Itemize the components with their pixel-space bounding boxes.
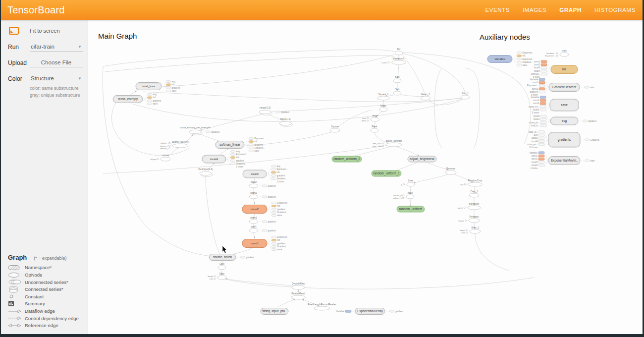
svg-text:cross_en..: cross_en.. <box>529 106 539 108</box>
GradientDescent-node[interactable]: GradientDescentVariableconv1Exponent..co… <box>527 78 594 97</box>
svg-text:delta: delta <box>362 119 367 122</box>
svg-text:DecodeRaw: DecodeRaw <box>292 282 305 285</box>
svg-text:gradient: gradient <box>268 221 276 223</box>
namespace-icon <box>8 265 25 271</box>
svg-text:gradient: gradient <box>530 91 538 93</box>
norm2-node[interactable]: norm2gradient <box>249 192 276 199</box>
svg-text:init: init <box>172 83 175 86</box>
gradients-node[interactable]: gradientstotal_lo..avglocal3local4cross_… <box>527 131 600 149</box>
pool1-node[interactable]: pool1gradient <box>249 225 276 232</box>
init-node[interactable]: initconv1conv2local3local4softmax..3 mor… <box>531 60 578 79</box>
train-node[interactable]: trainGradient..Exponent.. <box>545 50 569 57</box>
Sub-node[interactable]: Sub <box>393 88 401 95</box>
DecodeRaw-node[interactable]: DecodeRaw <box>292 282 305 289</box>
Rank[1-2]-node[interactable]: Rank[1-2] <box>279 118 293 127</box>
Cast_1-node[interactable]: Cast_1 <box>469 190 479 197</box>
svg-text:Gradient..: Gradient.. <box>277 177 287 180</box>
Mean-node[interactable]: Mean <box>379 105 387 112</box>
Square-node[interactable]: Square <box>330 125 340 132</box>
svg-text:save: save <box>277 214 282 217</box>
adjust_contrast-node[interactable]: adjust_contrastmin_valumax_valu <box>372 140 402 147</box>
MaximumI..-node[interactable]: MaximumI..Const <box>381 57 406 64</box>
ReaderRead-node[interactable]: ReaderRead <box>291 292 306 299</box>
range[1-3]-node[interactable]: range[1-3]gradient <box>259 107 290 115</box>
Slice-node[interactable]: Slicebeginsize <box>208 273 226 280</box>
RandomCrop-node[interactable]: RandomCropsize <box>460 179 483 186</box>
nav-tab-graph[interactable]: GRAPH <box>559 7 582 13</box>
graph-canvas[interactable]: total_lossavginitgradientsavecross_entro… <box>88 20 643 334</box>
random_uniform_2-node[interactable]: random_uniform_2 <box>332 156 362 162</box>
Slice_1-node[interactable]: Slice_1beginsize <box>460 226 481 234</box>
svg-text:Less: Less <box>408 179 414 182</box>
svg-text:gradient: gradient <box>255 144 263 146</box>
Variable-node[interactable]: VariableExponent..initExponent..Gradient… <box>487 52 533 66</box>
svg-text:local3: local3 <box>534 66 540 69</box>
Reshape[1-3]-node[interactable]: Reshape[1-3] <box>199 168 213 177</box>
legend-item: Control dependency edge <box>8 315 88 322</box>
Sqrt-node[interactable]: Sqrt <box>393 76 401 83</box>
Reverse-node[interactable]: Reverse <box>445 168 456 174</box>
run-select[interactable]: cifar-train ▼ <box>30 43 83 52</box>
ExponentialMovin..-node[interactable]: ExponentialMovin..Variableconv1conv2loca… <box>529 152 594 170</box>
svg-text:train: train <box>590 86 594 89</box>
Rank-node[interactable]: Rank <box>371 125 378 132</box>
shuffle_batch-node[interactable]: shuffle_batchgradient <box>209 254 255 261</box>
pool2-node[interactable]: pool2gradient <box>249 181 276 188</box>
svg-text:1 more: 1 more <box>531 167 538 169</box>
svg-text:Cast_1: Cast_1 <box>470 190 478 193</box>
Square_1-node[interactable]: Square_1 <box>377 93 389 100</box>
string_input_pro..-node[interactable]: string_input_pro.. <box>261 308 288 315</box>
Sub_1-node[interactable]: Sub_1 <box>461 92 470 99</box>
Less-node[interactable]: Lessy <box>401 179 415 186</box>
chevron-down-icon: ▼ <box>78 76 82 81</box>
random_uniform_1-node[interactable]: random_uniform_1 <box>372 170 401 176</box>
local3-node[interactable]: local3avgExponent..initgradientGradient.… <box>243 165 287 183</box>
conv1-node[interactable]: conv1Exponent..initgradientGradient..sav… <box>242 236 288 251</box>
save-node[interactable]: saveVariableconv1conv2cross_en..local35 … <box>529 96 579 114</box>
random_uniform-node[interactable]: random_uniform <box>397 206 425 212</box>
svg-text:Gradient..: Gradient.. <box>255 147 265 149</box>
legend-item-label: Dataflow edge <box>25 308 55 314</box>
svg-text:Exponent..: Exponent.. <box>277 202 288 204</box>
svg-text:gradient: gradient <box>395 310 404 313</box>
fit-to-screen-button[interactable]: Fit to screen <box>1 25 88 37</box>
upload-label: Upload <box>8 59 30 66</box>
svg-text:1 more: 1 more <box>236 166 244 168</box>
ExponentialDecay-node[interactable]: ExponentialDecayVariablegradient <box>336 308 403 315</box>
Reshape-node[interactable]: Reshapeshape <box>458 216 480 223</box>
graph-pane: Main Graph Auxiliary nodes total_lossavg… <box>88 20 643 334</box>
nav-tab-histograms[interactable]: HISTOGRAMS <box>594 7 636 13</box>
nav-tab-images[interactable]: IMAGES <box>523 7 546 13</box>
svg-text:local3: local3 <box>533 109 539 111</box>
norm1-node[interactable]: norm1gradient <box>249 217 276 224</box>
svg-text:gradient: gradient <box>268 196 276 198</box>
Div-node[interactable]: Div <box>395 48 403 55</box>
softmax_linear-node[interactable]: softmax_linearExponent..initgradientGrad… <box>215 137 265 152</box>
cross_entropy_per_example-node[interactable]: cross_entropy_per_examplegradient <box>180 126 220 135</box>
conv2-node[interactable]: conv2Exponent..initgradientGradient..sav… <box>242 202 288 217</box>
avg-node[interactable]: avglocal3local4cross_en..total_lo..gradi… <box>529 115 597 127</box>
choose-file-button[interactable]: Choose File <box>30 58 83 67</box>
svg-text:ExponentialMovin..: ExponentialMovin.. <box>551 159 578 163</box>
svg-text:Gradient..: Gradient.. <box>590 139 600 141</box>
svg-text:total_loss: total_loss <box>142 85 155 88</box>
total_loss-node[interactable]: total_lossavginitgradientsave <box>136 80 180 92</box>
Cast-node[interactable]: Cast <box>218 263 226 270</box>
svg-text:Reshape[1-3]: Reshape[1-3] <box>199 168 213 170</box>
pack-node[interactable]: packvalues_0values_1 <box>393 192 414 199</box>
SparseToDense-node[interactable]: SparseToDensevalues_sparse_idefault_ <box>160 141 189 150</box>
FixedLengthRecordReader-node[interactable]: FixedLengthRecordReader <box>308 303 336 310</box>
chevron-down-icon: ▼ <box>78 45 82 49</box>
fit-to-screen-icon <box>9 27 19 35</box>
local4-node[interactable]: local4avgExponent..initgradientGradient.… <box>202 150 247 168</box>
Mean_1-node[interactable]: Mean_1 <box>421 93 430 100</box>
range-node[interactable]: rangestartdelta <box>362 114 379 122</box>
dataflow-edge-icon <box>8 309 25 314</box>
adjust_brightness-node[interactable]: adjust_brightness <box>408 156 436 162</box>
svg-text:concat: concat <box>162 154 169 157</box>
svg-text:local3: local3 <box>251 172 259 175</box>
transpose-node[interactable]: transposeperm <box>458 203 481 210</box>
nav-tab-events[interactable]: EVENTS <box>485 7 510 13</box>
cross_entropy-node[interactable]: cross_entropyavginitgradientsave <box>113 93 161 105</box>
color-select[interactable]: Structure ▼ <box>30 74 83 83</box>
